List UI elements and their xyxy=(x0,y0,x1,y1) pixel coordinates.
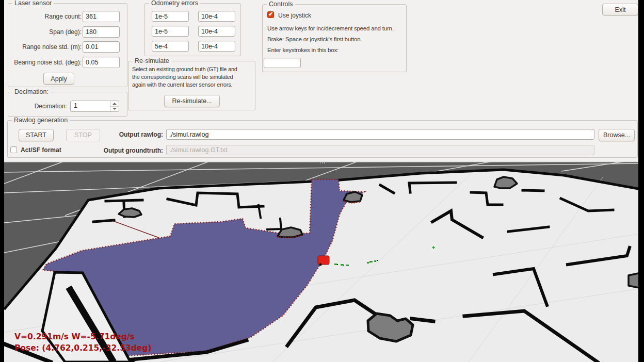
keystroke-input[interactable] xyxy=(264,58,301,68)
bearing-noise-label: Bearing noise std. (deg): xyxy=(9,59,82,66)
decimation-group-title: Decimation: xyxy=(12,88,51,95)
control-panel: Laser sensor Range count: Span (deg): Ra… xyxy=(4,0,638,161)
controls-text-line2: Brake: Space or joystick's first button. xyxy=(267,36,362,42)
range-count-label: Range count: xyxy=(9,13,82,20)
apply-button[interactable]: Apply xyxy=(43,73,74,85)
range-noise-input[interactable] xyxy=(83,41,120,53)
bearing-noise-input[interactable] xyxy=(83,57,120,68)
laser-sensor-group-title: Laser sensor xyxy=(12,0,54,7)
actsf-format-checkbox[interactable] xyxy=(10,146,17,153)
odometry-error-input-4[interactable] xyxy=(198,26,235,37)
exit-button[interactable]: Exit xyxy=(602,4,638,15)
obstacle-blob xyxy=(344,192,362,202)
obstacle-blob xyxy=(494,177,517,188)
span-input[interactable] xyxy=(83,26,120,38)
decimation-value: 1 xyxy=(74,102,77,109)
odometry-errors-group-title: Odometry errors xyxy=(149,0,200,7)
arrow-down-icon xyxy=(112,108,117,110)
decimation-label: Decimation: xyxy=(9,103,67,110)
use-joystick-checkbox[interactable] xyxy=(267,11,274,18)
controls-text-line1: Use arrow keys for inc/decrement speed a… xyxy=(267,25,394,31)
output-rawlog-input[interactable] xyxy=(166,129,594,140)
output-groundtruth-input xyxy=(166,145,594,155)
odometry-error-input-6[interactable] xyxy=(198,41,235,52)
arrow-up-icon xyxy=(112,103,117,105)
resimulate-text-line2: the corresponding scans will be simulate… xyxy=(132,74,233,80)
start-button[interactable]: START xyxy=(19,129,54,141)
odometry-error-input-2[interactable] xyxy=(198,11,235,22)
actsf-format-label: Act/SF format xyxy=(21,146,61,154)
hud-velocity-text: V=0.291m/s W=-5.71deg/s xyxy=(14,332,135,341)
use-joystick-label: Use joystick xyxy=(278,12,311,19)
odometry-error-input-3[interactable] xyxy=(152,26,189,37)
application-window: Laser sensor Range count: Span (deg): Ra… xyxy=(0,0,644,362)
output-groundtruth-label: Output groundtruth: xyxy=(91,147,163,154)
output-rawlog-label: Output rawlog: xyxy=(91,131,163,138)
hud-pose-text: Pose: (4.762,0.215,-32.53deg) xyxy=(14,343,152,353)
rawlog-generation-group-title: Rawlog generation xyxy=(12,117,70,124)
resimulate-group-title: Re-simulate xyxy=(133,57,171,64)
viewport-top-strip xyxy=(4,161,638,162)
controls-text-line3: Enter keystrokes in this box: xyxy=(267,47,339,53)
resimulate-text-line1: Select an existing ground truth (GT) fil… xyxy=(132,66,237,72)
controls-group-title: Controls xyxy=(267,1,295,8)
odometry-error-input-5[interactable] xyxy=(152,41,189,52)
resimulate-text-line3: again with the current laser sensor erro… xyxy=(132,81,232,88)
obstacle-blob xyxy=(629,273,638,288)
spinner-down-button[interactable] xyxy=(110,106,119,111)
robot-marker xyxy=(318,256,329,266)
browse-button[interactable]: Browse... xyxy=(599,129,635,141)
range-noise-label: Range noise std. (m): xyxy=(9,43,82,51)
odometry-error-input-1[interactable] xyxy=(152,11,189,22)
resimulate-button[interactable]: Re-simulate... xyxy=(164,95,220,107)
range-count-input[interactable] xyxy=(83,11,120,22)
3d-scene: V=0.291m/s W=-5.71deg/s Pose: (4.762,0.2… xyxy=(4,161,638,362)
3d-viewport[interactable]: V=0.291m/s W=-5.71deg/s Pose: (4.762,0.2… xyxy=(4,161,638,362)
span-label: Span (deg): xyxy=(9,28,82,36)
decimation-spinner[interactable]: 1 xyxy=(70,101,119,112)
